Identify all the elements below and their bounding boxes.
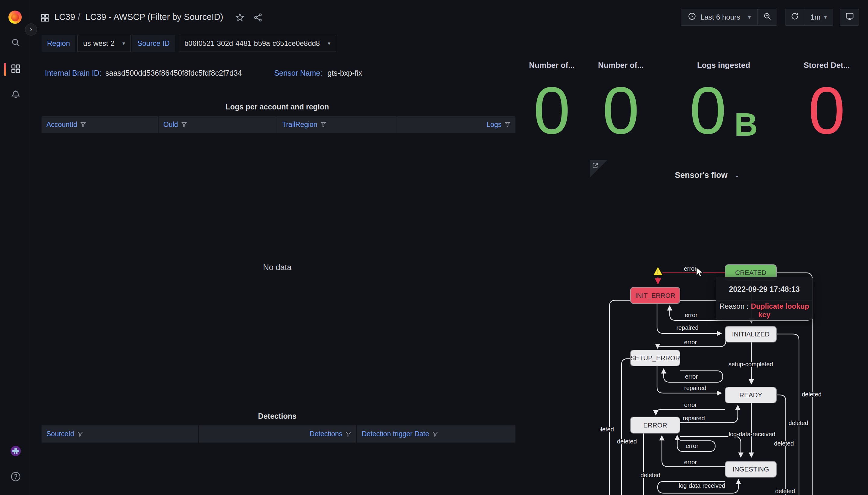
svg-text:SETUP_ERROR: SETUP_ERROR <box>630 354 680 362</box>
edge-label: repaired <box>676 324 698 331</box>
brain-id-value: saasd500dd536f86450f8fdc5fdf8c2f7d34 <box>105 69 242 77</box>
search-icon[interactable] <box>11 38 20 49</box>
flow-node-initialized[interactable]: INITIALIZED <box>725 326 776 342</box>
star-icon[interactable] <box>235 13 245 23</box>
edge-label: deleted <box>788 420 808 426</box>
edge-label: log-data-received <box>679 482 726 489</box>
flow-node-setup-error[interactable]: SETUP_ERROR <box>630 350 680 366</box>
svg-text:READY: READY <box>739 391 762 399</box>
filter-icon <box>505 121 510 127</box>
breadcrumb-root[interactable]: LC39 <box>54 12 75 22</box>
edge-label: deleted <box>617 438 637 445</box>
stat-title: Number of... <box>598 61 644 70</box>
chevron-down-icon: ▾ <box>748 14 751 20</box>
filter-icon <box>345 431 351 437</box>
tooltip-reason-label: Reason : <box>719 302 748 310</box>
warning-glyph: ! <box>657 270 659 275</box>
column-header-ould[interactable]: Ould <box>158 116 277 133</box>
time-range-label: Last 6 hours <box>700 13 740 21</box>
stat-unit: B <box>734 108 758 141</box>
edge-label: error <box>684 459 697 465</box>
edge-label: error <box>684 339 697 345</box>
tooltip-reason-value: Duplicate lookup key <box>751 302 809 319</box>
column-header-detections[interactable]: Detections <box>198 425 356 443</box>
svg-text:INITIALIZED: INITIALIZED <box>732 330 770 338</box>
svg-text:ERROR: ERROR <box>643 422 667 429</box>
svg-text:INIT_ERROR: INIT_ERROR <box>635 292 675 300</box>
flow-node-error[interactable]: ERROR <box>630 417 680 433</box>
breadcrumb-separator: / <box>78 12 80 22</box>
filter-icon <box>181 121 187 127</box>
filter-icon <box>77 431 83 437</box>
sensor-name-value: gts-bxp-fix <box>327 69 362 77</box>
column-header-trigger-date[interactable]: Detection trigger Date <box>356 425 515 443</box>
stat-value: 0 <box>808 78 845 144</box>
flow-node-ready[interactable]: READY <box>725 387 776 403</box>
column-header-sourceid[interactable]: SourceId <box>41 425 198 443</box>
region-variable: Region us-west-2 ▾ <box>41 35 131 52</box>
external-link-icon[interactable] <box>592 162 598 170</box>
edge-label: deleted <box>600 426 614 432</box>
flow-node-ingesting[interactable]: INGESTING <box>725 461 776 477</box>
share-icon[interactable] <box>253 13 263 23</box>
stat-value: 0B <box>690 78 758 144</box>
sensor-info-panel: Internal Brain ID: saasd500dd536f86450f8… <box>45 69 362 78</box>
flow-panel-title[interactable]: Sensor's flow ⌄ <box>675 171 739 180</box>
chevron-down-icon: ⌄ <box>735 172 739 179</box>
refresh-interval-picker[interactable]: 1m ▾ <box>804 9 833 25</box>
detections-table-header: SourceId Detections Detection trigger Da… <box>41 425 515 443</box>
edge-label: error <box>685 443 699 449</box>
help-icon[interactable] <box>11 472 21 483</box>
chevron-down-icon: ▾ <box>824 14 827 20</box>
grafana-dashboard: › LC39 / LC39 - AWSCP (Filter by SourceI… <box>0 0 868 495</box>
user-avatar[interactable] <box>10 446 21 458</box>
region-select[interactable]: us-west-2 ▾ <box>77 35 131 52</box>
grafana-logo-icon[interactable] <box>8 11 22 24</box>
alerting-bell-icon[interactable] <box>11 89 20 100</box>
zoom-out-button[interactable] <box>758 9 777 25</box>
time-controls: Last 6 hours ▾ <box>681 9 777 25</box>
time-range-picker[interactable]: Last 6 hours ▾ <box>681 9 758 25</box>
expand-chevron-icon: › <box>30 25 32 33</box>
edge-label: deleted <box>774 440 794 447</box>
svg-text:CREATED: CREATED <box>735 269 766 276</box>
edge-label: deleted <box>775 488 795 494</box>
flow-tooltip: 2022-09-29 17:48:13 Reason :Duplicate lo… <box>716 277 813 320</box>
refresh-interval-label: 1m <box>811 13 820 21</box>
dashboards-icon[interactable] <box>11 64 21 75</box>
column-header-trailregion[interactable]: TrailRegion <box>277 116 397 133</box>
refresh-button[interactable] <box>785 9 804 25</box>
edge-label: log-data-received <box>729 431 776 438</box>
source-id-label: Source ID <box>132 35 175 52</box>
brain-id-label: Internal Brain ID: <box>45 69 102 77</box>
stat-title: Logs ingested <box>697 61 750 70</box>
active-section-indicator <box>4 63 6 76</box>
logs-panel-title: Logs per account and region <box>225 102 329 111</box>
edge-label: setup-completed <box>728 361 773 368</box>
stat-title: Number of... <box>529 61 575 70</box>
no-data-message: No data <box>263 263 292 272</box>
mouse-cursor <box>695 267 705 279</box>
column-header-logs[interactable]: Logs <box>397 116 515 133</box>
kiosk-mode-button[interactable] <box>840 9 859 25</box>
kiosk-controls <box>840 9 859 25</box>
zoom-out-icon <box>763 12 771 22</box>
sidebar <box>0 0 31 495</box>
dashboard-grid-icon[interactable] <box>40 13 49 23</box>
edge-label: error <box>684 402 697 408</box>
flow-node-init-error[interactable]: INIT_ERROR <box>630 287 680 304</box>
edge-label: deleted <box>640 472 660 478</box>
breadcrumb-current[interactable]: LC39 - AWSCP (Filter by SourceID) <box>85 12 223 22</box>
stat-title: Stored Det... <box>803 61 850 70</box>
chevron-down-icon: ▾ <box>328 40 330 47</box>
column-header-accountid[interactable]: AccountId <box>41 116 158 133</box>
source-id-select[interactable]: b06f0521-302d-4481-b59a-c651ce0e8dd8 ▾ <box>179 35 336 52</box>
logs-table-header: AccountId Ould TrailRegion Logs <box>41 116 515 133</box>
stat-value: 0 <box>534 78 570 144</box>
edge-label: deleted <box>802 391 821 398</box>
detections-panel-title: Detections <box>258 412 297 421</box>
svg-text:INGESTING: INGESTING <box>732 465 769 473</box>
sidebar-expand-button[interactable]: › <box>25 23 37 36</box>
region-value: us-west-2 <box>83 39 115 48</box>
edge-label: repaired <box>684 385 706 391</box>
